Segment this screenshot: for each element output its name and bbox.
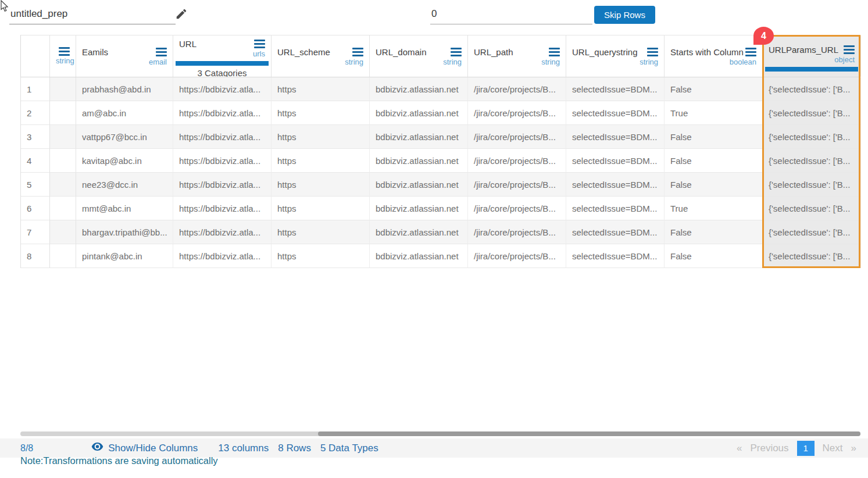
column-menu-icon[interactable]	[451, 48, 462, 56]
data-cell: False	[665, 77, 763, 101]
columns-count: 13 columns	[218, 443, 269, 454]
column-header-url-path[interactable]: URL_pathstring	[468, 35, 566, 77]
data-cell: /jira/core/projects/B...	[468, 220, 566, 244]
data-cell: https	[272, 244, 370, 268]
data-cell: https	[272, 197, 370, 220]
column-header-unnamed[interactable]: string	[50, 35, 76, 77]
column-menu-icon[interactable]	[844, 45, 855, 54]
data-cell: False	[665, 125, 763, 149]
visible-rows-count: 8/8	[20, 443, 33, 454]
edit-pencil-icon[interactable]	[175, 8, 188, 23]
column-type-label: boolean	[670, 58, 756, 66]
column-name: URL_domain	[376, 47, 427, 57]
data-cell: selectedIssue=BDM...	[566, 173, 665, 197]
data-cell: https	[272, 173, 370, 197]
data-cell: https	[272, 101, 370, 125]
data-cell: {'selectedIssue': ['B...	[763, 125, 861, 149]
data-cell: /jira/core/projects/B...	[468, 125, 566, 149]
row-number-header	[21, 35, 50, 77]
data-cell: selectedIssue=BDM...	[566, 197, 665, 220]
pagination-last-button[interactable]: »	[851, 443, 856, 454]
column-menu-icon[interactable]	[254, 40, 265, 48]
column-type-label: email	[82, 58, 167, 66]
data-cell	[50, 77, 76, 101]
data-cell: kavitap@abc.in	[76, 149, 173, 173]
data-cell: bdbizviz.atlassian.net	[370, 220, 468, 244]
column-menu-icon[interactable]	[745, 48, 756, 56]
category-count: 3 Catagories	[179, 68, 265, 77]
data-cell: /jira/core/projects/B...	[468, 101, 566, 125]
column-header-url-querystring[interactable]: URL_querystringstring	[566, 35, 665, 77]
data-cell: True	[665, 197, 763, 220]
pagination-next-button[interactable]: Next	[823, 443, 843, 454]
data-cell: selectedIssue=BDM...	[566, 101, 665, 125]
data-cell: {'selectedIssue': ['B...	[763, 77, 861, 101]
data-cell: https://bdbizviz.atla...	[173, 244, 272, 268]
column-header-eamils[interactable]: Eamilsemail	[76, 35, 173, 77]
column-header-url-domain[interactable]: URL_domainstring	[370, 35, 468, 77]
data-cell: https://bdbizviz.atla...	[173, 220, 272, 244]
data-cell: bdbizviz.atlassian.net	[370, 77, 468, 101]
horizontal-scrollbar-track[interactable]	[20, 431, 860, 436]
column-menu-icon[interactable]	[156, 48, 167, 56]
data-cell: {'selectedIssue': ['B...	[763, 220, 861, 244]
data-cell: bdbizviz.atlassian.net	[370, 173, 468, 197]
row-number: 6	[21, 197, 50, 220]
table-row: 7bhargav.tripathi@bb...https://bdbizviz.…	[21, 220, 860, 244]
table-body: 1prabhash@abd.inhttps://bdbizviz.atla...…	[20, 77, 860, 268]
row-number: 7	[21, 220, 50, 244]
pagination-first-button[interactable]: «	[737, 443, 742, 454]
eye-icon	[91, 442, 103, 454]
column-name: Eamils	[82, 47, 108, 57]
data-cell: vattpp67@bcc.in	[76, 125, 173, 149]
data-cell: {'selectedIssue': ['B...	[763, 101, 861, 125]
column-header-urlparams-url[interactable]: URLParams_URLobject	[763, 35, 861, 77]
table-row: 5nee23@dcc.inhttps://bdbizviz.atla...htt…	[21, 173, 860, 197]
data-cell: selectedIssue=BDM...	[566, 77, 665, 101]
data-cell: selectedIssue=BDM...	[566, 125, 665, 149]
column-menu-icon[interactable]	[59, 47, 70, 56]
data-types-count: 5 Data Types	[320, 443, 378, 454]
table-row: 3vattpp67@bcc.inhttps://bdbizviz.atla...…	[21, 125, 860, 149]
column-type-label: string	[474, 58, 560, 66]
column-header-starts-with-column[interactable]: Starts with Columnboolean	[665, 35, 763, 77]
data-cell: False	[665, 220, 763, 244]
data-cell: selectedIssue=BDM...	[566, 244, 665, 268]
data-cell: https	[272, 149, 370, 173]
data-cell: /jira/core/projects/B...	[468, 197, 566, 220]
data-cell: False	[665, 149, 763, 173]
data-cell: /jira/core/projects/B...	[468, 173, 566, 197]
data-cell: /jira/core/projects/B...	[468, 149, 566, 173]
data-cell: bdbizviz.atlassian.net	[370, 125, 468, 149]
data-cell: bhargav.tripathi@bb...	[76, 220, 173, 244]
horizontal-scrollbar-thumb[interactable]	[318, 431, 860, 436]
data-cell: https://bdbizviz.atla...	[173, 149, 272, 173]
table-row: 2am@abc.inhttps://bdbizviz.atla...httpsb…	[21, 101, 860, 125]
data-cell: https://bdbizviz.atla...	[173, 125, 272, 149]
column-type-label: string	[376, 58, 462, 66]
column-menu-icon[interactable]	[352, 48, 363, 56]
data-cell: selectedIssue=BDM...	[566, 149, 665, 173]
data-cell: True	[665, 101, 763, 125]
table-stats: 13 columns 8 Rows 5 Data Types	[218, 443, 378, 454]
column-menu-icon[interactable]	[549, 48, 560, 56]
data-cell: am@abc.in	[76, 101, 173, 125]
data-cell: mmt@abc.in	[76, 197, 173, 220]
column-header-url[interactable]: URLurls3 Catagories	[173, 35, 272, 77]
skip-rows-button[interactable]: Skip Rows	[594, 6, 655, 24]
pagination-previous-button[interactable]: Previous	[750, 443, 788, 454]
data-cell: bdbizviz.atlassian.net	[370, 149, 468, 173]
pagination-page-1-button[interactable]: 1	[797, 441, 815, 456]
data-cell: {'selectedIssue': ['B...	[763, 149, 861, 173]
data-cell	[50, 101, 76, 125]
data-cell	[50, 149, 76, 173]
column-menu-icon[interactable]	[647, 48, 658, 56]
column-header-url-scheme[interactable]: URL_schemestring	[272, 35, 370, 77]
skip-rows-input[interactable]	[430, 6, 592, 24]
prep-name-input[interactable]	[9, 6, 176, 24]
show-hide-columns-button[interactable]: Show/Hide Columns	[91, 442, 198, 454]
column-name: URL	[179, 39, 197, 49]
data-cell: /jira/core/projects/B...	[468, 77, 566, 101]
column-type-label: string	[277, 58, 363, 66]
data-cell: False	[665, 173, 763, 197]
